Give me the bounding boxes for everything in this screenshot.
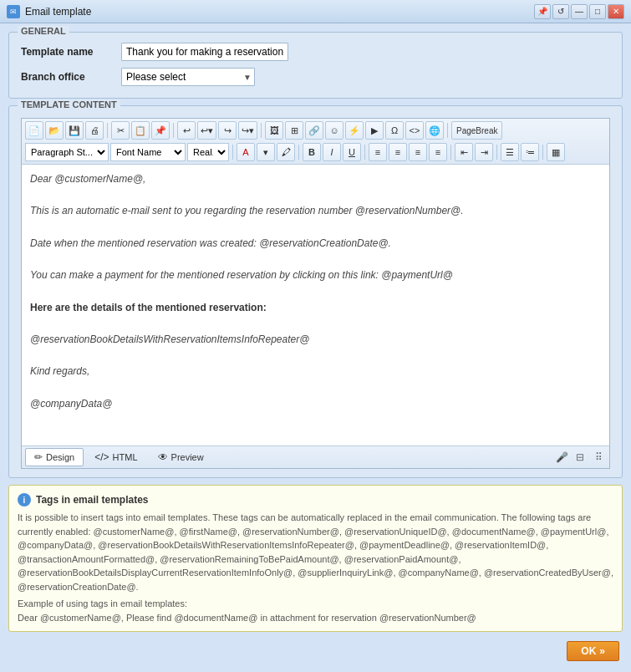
undo-arrow-button[interactable]: ↩▾ bbox=[197, 121, 216, 140]
close-button[interactable]: ✕ bbox=[608, 4, 624, 19]
branch-office-label: Branch office bbox=[21, 71, 121, 83]
image-button[interactable]: 🖼 bbox=[265, 121, 283, 140]
align-justify-button[interactable]: ≡ bbox=[429, 143, 447, 161]
bottom-bar: OK » bbox=[8, 639, 623, 664]
info-box-text: It is possible to insert tags into email… bbox=[18, 511, 613, 593]
copy-button[interactable]: 📋 bbox=[131, 121, 150, 140]
branch-office-select[interactable]: Please select Main Office Branch 1 Branc… bbox=[121, 68, 255, 86]
title-bar: ✉ Email template 📌 ↺ — □ ✕ bbox=[0, 0, 631, 23]
bold-button[interactable]: B bbox=[303, 143, 321, 161]
paste-button[interactable]: 📌 bbox=[151, 121, 170, 140]
tab-design[interactable]: ✏ Design bbox=[25, 448, 84, 466]
globe-button[interactable]: 🌐 bbox=[425, 121, 444, 140]
refresh-button[interactable]: ↺ bbox=[552, 4, 569, 19]
editor-line-1: Dear @customerName@, bbox=[30, 171, 601, 187]
editor-line-6: @reservationBookDetailsWithReservationIt… bbox=[30, 332, 601, 348]
editor-line-5: Here are the details of the mentioned re… bbox=[30, 300, 601, 316]
tab-preview[interactable]: 👁 Preview bbox=[149, 448, 213, 466]
list-unordered-button[interactable]: ☰ bbox=[501, 143, 519, 161]
microphone-icon[interactable]: 🎤 bbox=[554, 450, 569, 465]
align-right-button[interactable]: ≡ bbox=[409, 143, 427, 161]
indent-left-button[interactable]: ⇤ bbox=[455, 143, 473, 161]
pencil-icon: ✏ bbox=[34, 451, 43, 463]
info-box-example-text: Dear @customerName@, Please find @docume… bbox=[18, 611, 613, 625]
general-section: GENERAL Template name Branch office Plea… bbox=[8, 32, 623, 99]
editor-line-2: This is an automatic e-mail sent to you … bbox=[30, 203, 601, 219]
info-icon: i bbox=[18, 493, 31, 507]
window-controls: 📌 ↺ — □ ✕ bbox=[534, 4, 624, 19]
tab-html[interactable]: </> HTML bbox=[85, 448, 146, 466]
underline-button[interactable]: U bbox=[343, 143, 361, 161]
source-button[interactable]: <> bbox=[405, 121, 424, 140]
redo-button[interactable]: ↪ bbox=[218, 121, 237, 140]
toolbar-sep-1 bbox=[107, 123, 108, 138]
new-doc-button[interactable]: 📄 bbox=[25, 121, 43, 140]
font-size-select[interactable]: Real... bbox=[187, 143, 229, 161]
editor-line-7: Kind regards, bbox=[30, 364, 601, 379]
editor-toolbar: 📄 📂 💾 🖨 ✂ 📋 📌 ↩ ↩▾ ↪ ↪▾ 🖼 ⊞ 🔗 bbox=[22, 119, 609, 165]
table-props-button[interactable]: ▦ bbox=[547, 143, 565, 161]
toolbar-sep-9 bbox=[496, 145, 497, 160]
cut-button[interactable]: ✂ bbox=[111, 121, 130, 140]
toolbar-row-1: 📄 📂 💾 🖨 ✂ 📋 📌 ↩ ↩▾ ↪ ↪▾ 🖼 ⊞ 🔗 bbox=[25, 121, 606, 140]
toolbar-sep-6 bbox=[298, 145, 299, 160]
toolbar-sep-7 bbox=[364, 145, 365, 160]
toolbar-sep-8 bbox=[450, 145, 451, 160]
branch-office-row: Branch office Please select Main Office … bbox=[21, 68, 610, 86]
table-button[interactable]: ⊞ bbox=[285, 121, 303, 140]
align-left-button[interactable]: ≡ bbox=[369, 143, 387, 161]
open-button[interactable]: 📂 bbox=[45, 121, 64, 140]
font-color-button[interactable]: A bbox=[237, 143, 255, 161]
print-button[interactable]: 🖨 bbox=[85, 121, 104, 140]
arrow-right-icon: » bbox=[599, 645, 605, 657]
template-name-row: Template name bbox=[21, 43, 610, 61]
align-center-button[interactable]: ≡ bbox=[389, 143, 407, 161]
editor-line-3: Date when the mentioned reservation was … bbox=[30, 236, 601, 252]
minimize-button[interactable]: — bbox=[571, 4, 588, 19]
editor-container: 📄 📂 💾 🖨 ✂ 📋 📌 ↩ ↩▾ ↪ ↪▾ 🖼 ⊞ 🔗 bbox=[21, 118, 610, 469]
info-box-title: Tags in email templates bbox=[36, 492, 149, 507]
paragraph-style-select[interactable]: Paragraph St... bbox=[25, 143, 109, 161]
maximize-button[interactable]: □ bbox=[589, 4, 606, 19]
info-box-header: i Tags in email templates bbox=[18, 492, 613, 507]
undo-button[interactable]: ↩ bbox=[177, 121, 196, 140]
template-content-label: TEMPLATE CONTENT bbox=[18, 99, 120, 109]
eye-icon: 👁 bbox=[158, 451, 168, 463]
redo-arrow-button[interactable]: ↪▾ bbox=[238, 121, 257, 140]
font-color-arrow-button[interactable]: ▾ bbox=[257, 143, 275, 161]
info-box: i Tags in email templates It is possible… bbox=[8, 485, 623, 632]
flash-button[interactable]: ⚡ bbox=[345, 121, 364, 140]
toolbar-sep-5 bbox=[232, 145, 233, 160]
special-char-button[interactable]: Ω bbox=[385, 121, 404, 140]
editor-line-4: You can make a payment for the mentioned… bbox=[30, 267, 601, 283]
branch-office-wrapper: Please select Main Office Branch 1 Branc… bbox=[121, 68, 255, 86]
toolbar-sep-4 bbox=[447, 123, 448, 138]
toolbar-row-2: Paragraph St... Font Name Real... A ▾ 🖍 … bbox=[25, 143, 606, 161]
italic-button[interactable]: I bbox=[323, 143, 341, 161]
media-button[interactable]: ▶ bbox=[365, 121, 384, 140]
ok-button[interactable]: OK » bbox=[567, 641, 619, 661]
code-icon: </> bbox=[94, 451, 109, 463]
link-button[interactable]: 🔗 bbox=[305, 121, 323, 140]
toolbar-sep-2 bbox=[173, 123, 174, 138]
pin-button[interactable]: 📌 bbox=[534, 4, 551, 19]
indent-right-button[interactable]: ⇥ bbox=[475, 143, 493, 161]
template-name-label: Template name bbox=[21, 46, 121, 58]
editor-area[interactable]: Dear @customerName@, This is an automati… bbox=[22, 165, 609, 445]
smiley-button[interactable]: ☺ bbox=[325, 121, 343, 140]
template-content-section: TEMPLATE CONTENT 📄 📂 💾 🖨 ✂ 📋 📌 ↩ ↩▾ ↪ bbox=[8, 105, 623, 478]
list-ordered-button[interactable]: ≔ bbox=[521, 143, 539, 161]
info-box-example-label: Example of using tags in email templates… bbox=[18, 597, 613, 611]
editor-line-8: @companyData@ bbox=[30, 396, 601, 412]
columns-icon[interactable]: ⊟ bbox=[572, 450, 588, 465]
resize-icon[interactable]: ⠿ bbox=[591, 450, 606, 465]
window-icon: ✉ bbox=[7, 5, 20, 18]
window-title: Email template bbox=[25, 6, 529, 18]
main-content: GENERAL Template name Branch office Plea… bbox=[0, 23, 631, 672]
save-button[interactable]: 💾 bbox=[65, 121, 84, 140]
font-name-select[interactable]: Font Name bbox=[110, 143, 186, 161]
highlight-button[interactable]: 🖍 bbox=[277, 143, 295, 161]
template-name-input[interactable] bbox=[121, 43, 288, 61]
toolbar-sep-3 bbox=[261, 123, 262, 138]
page-break-button[interactable]: PageBreak bbox=[451, 121, 502, 140]
